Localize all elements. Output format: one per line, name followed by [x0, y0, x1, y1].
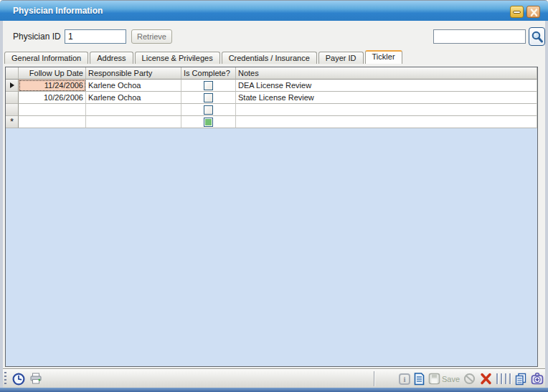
search-input[interactable] — [433, 29, 526, 44]
cell-is-complete[interactable] — [181, 104, 236, 116]
minimize-button[interactable] — [510, 6, 524, 18]
is-complete-checkbox[interactable] — [204, 105, 213, 115]
tab-address[interactable]: Address — [90, 52, 133, 64]
row-selector[interactable] — [6, 92, 19, 104]
save-icon — [428, 373, 440, 385]
tab-payer-id[interactable]: Payer ID — [318, 52, 364, 64]
table-row[interactable]: 11/24/2006 Karlene Ochoa DEA License Rev… — [6, 80, 537, 92]
medical-kit-button[interactable] — [531, 371, 544, 386]
toolbar-grip[interactable] — [4, 372, 6, 386]
window-left-border — [0, 21, 3, 388]
search-icon — [531, 30, 544, 44]
toolbar-right-group: i Save — [399, 371, 544, 386]
window-right-border — [545, 21, 548, 388]
cell-responsible-party[interactable] — [86, 116, 181, 128]
current-row-arrow-icon — [10, 82, 14, 88]
new-row[interactable]: * — [6, 116, 537, 128]
tab-tickler[interactable]: Tickler — [365, 50, 402, 64]
search-button[interactable] — [529, 27, 545, 46]
grid-corner-cell[interactable] — [6, 67, 19, 80]
delete-button[interactable] — [479, 371, 493, 386]
grid-header-row: Follow Up Date Responsible Party Is Comp… — [6, 67, 537, 80]
is-complete-checkbox[interactable] — [204, 81, 213, 90]
tab-bar: General Information Address License & Pr… — [4, 50, 542, 64]
info-icon: i — [399, 373, 410, 385]
row-selector[interactable] — [6, 104, 19, 116]
tickler-grid: Follow Up Date Responsible Party Is Comp… — [5, 67, 538, 367]
physician-information-window: Physician Information Physician ID Retri… — [0, 0, 548, 392]
tab-general-information[interactable]: General Information — [4, 52, 88, 64]
close-button[interactable] — [526, 6, 540, 18]
physician-id-label: Physician ID — [13, 29, 61, 44]
copy-button[interactable] — [514, 371, 527, 386]
new-row-marker: * — [10, 118, 14, 125]
print-button[interactable] — [29, 372, 42, 386]
cell-is-complete[interactable] — [181, 92, 236, 104]
cell-responsible-party[interactable] — [86, 104, 181, 116]
tab-credentials-insurance[interactable]: Credentials / Insurance — [222, 52, 317, 64]
cell-notes[interactable] — [236, 116, 537, 128]
copy-pages-icon — [514, 373, 527, 386]
cell-is-complete[interactable] — [181, 80, 236, 92]
physician-id-input[interactable] — [65, 29, 126, 44]
info-button[interactable]: i — [399, 371, 410, 386]
document-icon — [414, 373, 425, 386]
cancel-slash-icon — [463, 373, 476, 385]
row-selector[interactable]: * — [6, 116, 19, 128]
column-header-notes[interactable]: Notes — [236, 67, 537, 80]
cell-responsible-party[interactable]: Karlene Ochoa — [86, 92, 181, 104]
first-aid-kit-icon — [531, 373, 544, 385]
toolbar-bars-separator — [496, 371, 511, 386]
table-row[interactable]: 10/26/2006 Karlene Ochoa State License R… — [6, 92, 537, 104]
table-row[interactable] — [6, 104, 537, 116]
cell-follow-up-date[interactable] — [19, 116, 86, 128]
clock-icon — [12, 373, 25, 386]
bottom-toolbar: i Save — [3, 368, 545, 388]
window-bottom-border — [0, 388, 548, 392]
cell-notes[interactable]: DEA License Review — [236, 80, 537, 92]
window-title: Physician Information — [13, 1, 103, 21]
printer-icon — [29, 373, 42, 385]
is-complete-checkbox[interactable] — [204, 93, 213, 102]
close-icon — [527, 6, 541, 19]
cell-responsible-party[interactable]: Karlene Ochoa — [86, 80, 181, 92]
cell-follow-up-date[interactable] — [19, 104, 86, 116]
cell-follow-up-date[interactable]: 11/24/2006 — [19, 80, 86, 92]
tab-license-privileges[interactable]: License & Privileges — [135, 52, 220, 64]
save-label: Save — [442, 375, 460, 383]
column-header-follow-up-date[interactable]: Follow Up Date — [19, 67, 86, 80]
row-selector[interactable] — [6, 80, 19, 92]
tickler-clock-button[interactable] — [11, 372, 25, 386]
title-bar: Physician Information — [0, 0, 548, 21]
new-document-button[interactable] — [414, 371, 425, 386]
cell-notes[interactable] — [236, 104, 537, 116]
cancel-button[interactable] — [463, 371, 476, 386]
save-button[interactable]: Save — [428, 371, 460, 386]
is-complete-checkbox[interactable] — [204, 118, 213, 127]
retrieve-button[interactable]: Retrieve — [131, 29, 172, 44]
minimize-icon — [513, 11, 521, 14]
cell-is-complete[interactable] — [181, 116, 236, 128]
column-header-is-complete[interactable]: Is Complete? — [181, 67, 236, 80]
cell-notes[interactable]: State License Review — [236, 92, 537, 104]
cell-follow-up-date[interactable]: 10/26/2006 — [19, 92, 86, 104]
toolbar-separator — [374, 371, 374, 386]
red-x-icon — [479, 373, 493, 385]
column-header-responsible-party[interactable]: Responsible Party — [86, 67, 181, 80]
